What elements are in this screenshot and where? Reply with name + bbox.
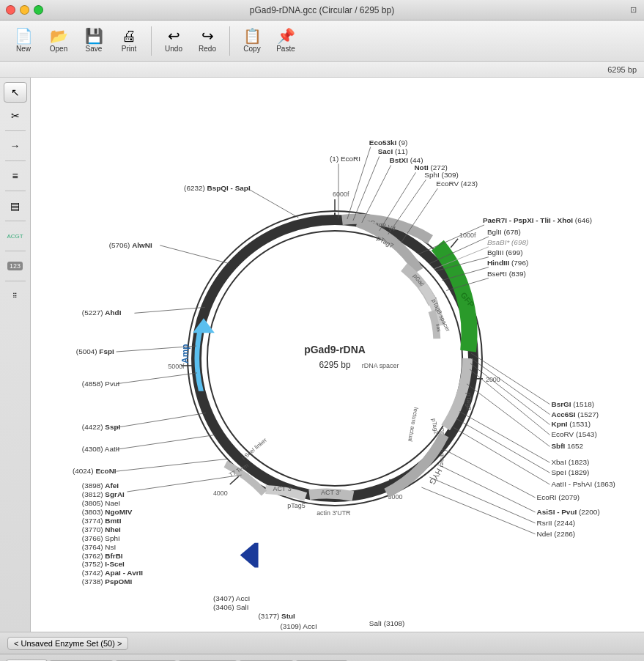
tool-cut[interactable]: ✂ <box>4 106 27 126</box>
window-controls <box>6 5 43 15</box>
svg-text:BglII (678): BglII (678) <box>487 228 521 236</box>
tool-lines[interactable]: ≡ <box>4 166 27 186</box>
svg-text:ACT 3': ACT 3' <box>321 489 341 496</box>
svg-text:SpeI (1829): SpeI (1829) <box>551 468 589 476</box>
svg-text:(3738) PspOMI: (3738) PspOMI <box>82 577 133 586</box>
infobar: 6295 bp <box>0 62 644 78</box>
svg-text:BsrGI (1518): BsrGI (1518) <box>551 400 594 408</box>
svg-text:(4858) PvuI: (4858) PvuI <box>82 380 119 388</box>
save-icon: 💾 <box>85 29 103 43</box>
svg-text:(3774) BmtI: (3774) BmtI <box>82 517 122 525</box>
svg-text:SalI (3108): SalI (3108) <box>369 619 405 627</box>
copy-icon: 📋 <box>243 29 262 43</box>
svg-text:(5227) AhdI: (5227) AhdI <box>82 309 122 317</box>
svg-text:rDNA spacer: rDNA spacer <box>362 362 399 369</box>
new-label: New <box>16 45 31 53</box>
minimize-button[interactable] <box>20 5 29 15</box>
copy-button[interactable]: 📋 Copy <box>236 26 268 56</box>
tool-sep-1 <box>5 130 26 131</box>
svg-text:(3805) NaeI: (3805) NaeI <box>82 499 120 507</box>
badge-number: 123 <box>7 262 23 270</box>
svg-text:ACT 3': ACT 3' <box>273 485 292 492</box>
svg-text:AatII - PshAI (1863): AatII - PshAI (1863) <box>551 480 615 488</box>
new-group: 📄 New <box>7 26 40 56</box>
window-size-indicator: ⊡ <box>630 5 637 15</box>
svg-text:(5004) FspI: (5004) FspI <box>76 347 114 355</box>
svg-text:BglIII (699): BglIII (699) <box>487 248 523 256</box>
svg-text:(3770) NheI: (3770) NheI <box>82 525 121 533</box>
print-icon: 🖨 <box>122 29 136 43</box>
svg-text:NdeI (2286): NdeI (2286) <box>537 530 575 538</box>
open-icon: 📂 <box>50 29 68 43</box>
tool-badge[interactable]: 123 <box>4 256 27 276</box>
plasmid-size: 6295 bp <box>319 360 350 370</box>
svg-text:6000f: 6000f <box>333 191 349 198</box>
svg-text:BseRI (839): BseRI (839) <box>487 270 526 278</box>
titlebar: pGad9-rDNA.gcc (Circular / 6295 bp) ⊡ <box>0 0 644 21</box>
print-button[interactable]: 🖨 Print <box>113 26 145 56</box>
tools-sidebar: ↖ ✂ → ≡ ▤ ACGT 123 ⠿ <box>0 78 31 632</box>
open-button[interactable]: 📂 Open <box>42 26 75 56</box>
svg-text:Eco53kI (9): Eco53kI (9) <box>369 139 407 147</box>
map-canvas[interactable]: 6000f 1000f 2000 3000 4000 5000f GFP pGa… <box>31 78 644 632</box>
svg-text:(1) EcoRI: (1) EcoRI <box>330 155 360 163</box>
redo-button[interactable]: ↪ Redo <box>191 26 223 56</box>
unsaved-enzyme-set-button[interactable]: < Unsaved Enzyme Set (50) > <box>7 637 128 650</box>
paste-label: Paste <box>276 45 295 53</box>
tool-arrow[interactable]: → <box>4 136 27 156</box>
tool-sep-2 <box>5 160 26 161</box>
print-group: 🖨 Print <box>113 26 145 56</box>
toolbar-sep-2 <box>229 26 230 56</box>
svg-text:SbfI 1652: SbfI 1652 <box>551 442 583 450</box>
maximize-button[interactable] <box>34 5 43 15</box>
undo-button[interactable]: ↩ Undo <box>158 26 190 56</box>
close-button[interactable] <box>6 5 15 15</box>
svg-text:EcoRV (423): EcoRV (423) <box>436 180 478 188</box>
svg-text:Acc6SI (1527): Acc6SI (1527) <box>551 410 599 418</box>
svg-text:BsaBI* (698): BsaBI* (698) <box>487 238 528 246</box>
svg-text:pTag2: pTag2 <box>465 393 473 410</box>
save-button[interactable]: 💾 Save <box>78 26 110 56</box>
paste-button[interactable]: 📌 Paste <box>270 26 302 56</box>
undo-icon: ↩ <box>168 29 180 43</box>
svg-text:(4422) SspI: (4422) SspI <box>82 423 121 431</box>
tool-striped[interactable]: ▤ <box>4 196 27 216</box>
svg-text:RsrII (2244): RsrII (2244) <box>537 519 575 527</box>
copy-label: Copy <box>243 45 260 53</box>
paste-icon: 📌 <box>277 29 295 43</box>
svg-text:(4308) AatII: (4308) AatII <box>82 445 119 453</box>
toolbar-sep-1 <box>151 26 152 56</box>
tool-dots[interactable]: ⠿ <box>4 286 27 306</box>
svg-text:(3406) SalI: (3406) SalI <box>213 603 249 611</box>
tool-sep-3 <box>5 191 26 191</box>
undo-label: Undo <box>165 45 182 53</box>
svg-text:AsiSI - PvuI (2200): AsiSI - PvuI (2200) <box>537 508 600 516</box>
window-title: pGad9-rDNA.gcc (Circular / 6295 bp) <box>250 5 394 15</box>
tool-sequence[interactable]: ACGT <box>4 226 27 246</box>
plasmid-name: pGad9-rDNA <box>304 344 365 355</box>
svg-text:HindIII (796): HindIII (796) <box>487 259 528 267</box>
plasmid-map-svg: 6000f 1000f 2000 3000 4000 5000f GFP pGa… <box>31 78 644 632</box>
svg-text:(3407) AccI: (3407) AccI <box>213 594 250 602</box>
svg-text:pTag5: pTag5 <box>287 502 305 509</box>
svg-text:SphI (309): SphI (309) <box>424 171 458 179</box>
tool-select[interactable]: ↖ <box>4 82 27 103</box>
save-label: Save <box>86 45 103 53</box>
svg-text:XbaI (1823): XbaI (1823) <box>551 458 589 466</box>
open-group: 📂 Open <box>42 26 75 56</box>
svg-text:(3898) AfeI: (3898) AfeI <box>82 481 119 490</box>
svg-text:(3762) BfrBI: (3762) BfrBI <box>82 552 123 560</box>
print-label: Print <box>122 45 137 53</box>
toolbar: 📄 New 📂 Open 💾 Save 🖨 Print ↩ Undo ↪ Red… <box>0 21 644 62</box>
svg-text:(3742) ApaI - AvrII: (3742) ApaI - AvrII <box>82 569 143 577</box>
svg-text:(3764) NsI: (3764) NsI <box>82 543 116 551</box>
svg-text:EcoRV (1543): EcoRV (1543) <box>551 430 596 438</box>
statusbar: < Unsaved Enzyme Set (50) > <box>0 632 644 654</box>
svg-text:actin 3'UTR: actin 3'UTR <box>317 509 351 517</box>
svg-text:(3766) SphI: (3766) SphI <box>82 534 120 542</box>
new-button[interactable]: 📄 New <box>7 26 40 56</box>
save-group: 💾 Save <box>78 26 110 56</box>
new-icon: 📄 <box>15 29 33 43</box>
svg-text:(4024) EcoNI: (4024) EcoNI <box>73 467 116 475</box>
svg-text:(3109) AccI: (3109) AccI <box>280 622 317 630</box>
